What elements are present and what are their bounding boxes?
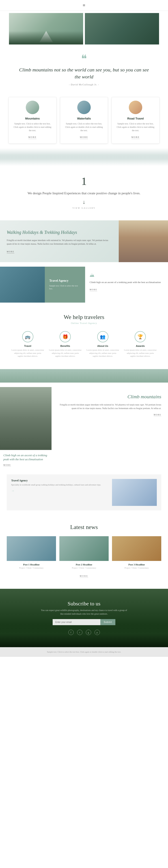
card-waterfalls-text: Sample text. Click to select the text bo… — [65, 122, 103, 132]
help-benefits-title: Benefits — [49, 345, 82, 347]
agency-row-2: Travel Agency Speciality in worldwide sm… — [0, 474, 168, 510]
card-mountains-text: Sample text. Click to select the text bo… — [13, 122, 52, 132]
quote-section: ❝ Climb mountains not so the world can s… — [0, 47, 168, 90]
card-mountains: Mountains Sample text. Click to select t… — [8, 97, 56, 144]
news-image-2 — [59, 536, 109, 561]
benefits-icon: 🎁 — [59, 331, 71, 342]
help-about-title: About Us — [86, 345, 119, 347]
travel-left-image — [0, 267, 45, 303]
card-road-title: Road Travel — [116, 117, 155, 120]
subscribe-email-input[interactable] — [53, 619, 100, 625]
climb-right-panel: Climb mountains Fringilla ut morbi tinci… — [51, 387, 168, 470]
climb-caption: Climb high on an ascent of a trekking pe… — [0, 450, 51, 470]
subscribe-section: Subscribe to us You can expect great wil… — [0, 589, 168, 647]
news-meta-2: Project / Client / Commentary — [59, 567, 109, 569]
news-headline-3: Post 3 Headline — [112, 563, 161, 566]
card-road-text: Sample text. Click to select the text bo… — [116, 122, 155, 132]
card-road-more[interactable]: MORE — [131, 136, 140, 139]
news-more-button[interactable]: MORE — [80, 575, 88, 578]
travel-right-text: Climb high on an ascent of a trekking pe… — [90, 280, 164, 284]
climb-more-link[interactable]: MORE — [154, 413, 161, 416]
travel-agency-text: Sample text. Click to select the text bo… — [49, 284, 81, 290]
walking-right-image — [119, 220, 168, 262]
news-card-1: Post 1 Headline Project / Client / Comme… — [7, 536, 56, 569]
news-headline-1: Post 1 Headline — [7, 563, 56, 566]
walking-title: Walking Holidays & Trekking Holidays — [7, 229, 112, 235]
climb-section-title: Climb mountains — [58, 394, 161, 400]
travel-right-more-link[interactable]: MORE — [90, 288, 97, 291]
walking-left-panel: Walking Holidays & Trekking Holidays Fri… — [0, 220, 119, 262]
news-meta-3: Project / Client / Commentary — [112, 567, 161, 569]
news-headline-2: Post 2 Headline — [59, 563, 109, 566]
climb-image — [0, 387, 51, 450]
news-grid: Post 1 Headline Project / Client / Comme… — [7, 536, 161, 569]
news-meta-1: Project / Client / Commentary — [7, 567, 56, 569]
agency-image — [112, 479, 157, 506]
help-icons-row: 🚌 Travel Lorem ipsum dolor sit amet, con… — [9, 331, 159, 358]
hamburger-menu-icon[interactable]: ≡ — [83, 3, 85, 8]
help-travel-title: Travel — [11, 345, 44, 347]
help-about-text: Lorem ipsum dolor sit amet, consectetur … — [86, 349, 119, 358]
hero-images — [0, 11, 168, 47]
quote-text: Climb mountains not so the world can see… — [18, 66, 150, 81]
footer-text: Sample text. Click to select the text bo… — [7, 651, 161, 654]
agency-arrow-icon[interactable]: → — [11, 489, 14, 492]
help-awards-text: Lorem ipsum dolor sit amet, consectetur … — [124, 349, 157, 358]
woman-image — [119, 220, 168, 262]
help-item-travel: 🚌 Travel Lorem ipsum dolor sit amet, con… — [9, 331, 47, 358]
hero-image-right — [85, 13, 159, 44]
card-mountains-more[interactable]: MORE — [29, 136, 37, 139]
news-section-title: Latest news — [7, 524, 161, 531]
help-item-about: 👥 About Us Lorem ipsum dolor sit amet, c… — [84, 331, 122, 358]
help-travel-text: Lorem ipsum dolor sit amet, consectetur … — [11, 349, 44, 358]
green-divider — [0, 369, 168, 382]
pinterest-icon[interactable]: p — [94, 630, 100, 635]
climb-mountains-section: Climb high on an ascent of a trekking pe… — [0, 387, 168, 470]
subscribe-submit-button[interactable]: Submit — [100, 619, 115, 625]
news-card-2: Post 2 Headline Project / Client / Comme… — [59, 536, 109, 569]
agency-desc: Speciality in worldwide small group walk… — [11, 484, 108, 487]
social-icons-row: f t g p — [68, 630, 100, 635]
card-waterfalls-title: Waterfalls — [65, 117, 103, 120]
latest-news-section: Latest news Post 1 Headline Project / Cl… — [0, 515, 168, 584]
section-subtitle: We design People Inspired Experiences th… — [18, 191, 150, 196]
quote-mark: ❝ — [18, 54, 150, 64]
about-icon: 👥 — [97, 331, 109, 342]
google-icon[interactable]: g — [86, 630, 91, 635]
arrow-down-icon: ↓ — [18, 199, 150, 205]
card-waterfalls: Waterfalls Sample text. Click to select … — [60, 97, 108, 144]
walking-holidays: Walking Holidays & Trekking Holidays Fri… — [0, 220, 168, 262]
walking-more-link[interactable]: MORE — [7, 250, 14, 253]
subscribe-content: Subscribe to us You can expect great wil… — [0, 589, 168, 647]
card-mountains-image — [26, 101, 39, 114]
help-awards-title: Awards — [124, 345, 157, 347]
card-road-travel: Road Travel Sample text. Click to select… — [112, 97, 160, 144]
card-waterfalls-image — [77, 101, 91, 114]
news-more-row: MORE — [7, 574, 161, 578]
news-image-1 — [7, 536, 56, 561]
twitter-icon[interactable]: t — [77, 630, 82, 635]
card-mountains-title: Mountains — [13, 117, 52, 120]
misty-divider — [0, 148, 168, 166]
help-travelers-section: We help travelers Online Travel Agency 🚌… — [0, 303, 168, 369]
travel-icon: 🚌 — [22, 331, 33, 342]
help-item-benefits: 🎁 Benefits Lorem ipsum dolor sit amet, c… — [47, 331, 84, 358]
facebook-icon[interactable]: f — [68, 630, 74, 635]
help-benefits-text: Lorem ipsum dolor sit amet, consectetur … — [49, 349, 82, 358]
subscribe-text: You can expect great wildlife photograph… — [39, 609, 129, 616]
agency-name: Travel Agency — [11, 479, 108, 482]
travel-agency-banner: Travel Agency Sample text. Click to sele… — [0, 267, 168, 303]
hero-image-left — [9, 13, 83, 44]
travel-green-panel: Travel Agency Sample text. Click to sele… — [45, 267, 85, 303]
section-number: 1 — [18, 175, 150, 187]
climb-caption-more-link[interactable]: MORE — [3, 464, 11, 467]
news-card-3: Post 3 Headline Project / Client / Comme… — [112, 536, 161, 569]
quote-author: - David McCullough Jr. - — [18, 83, 150, 86]
subscribe-form: Submit — [53, 619, 115, 625]
help-section-subtitle: Online Travel Agency — [9, 322, 159, 324]
climb-section-text: Fringilla ut morbi tincidunt augue inter… — [58, 403, 161, 410]
card-road-image — [129, 101, 142, 114]
travel-agency-title: Travel Agency — [49, 279, 81, 283]
view-gallery-link[interactable]: VIEW GALLERY — [18, 207, 150, 209]
card-waterfalls-more[interactable]: MORE — [80, 136, 88, 139]
